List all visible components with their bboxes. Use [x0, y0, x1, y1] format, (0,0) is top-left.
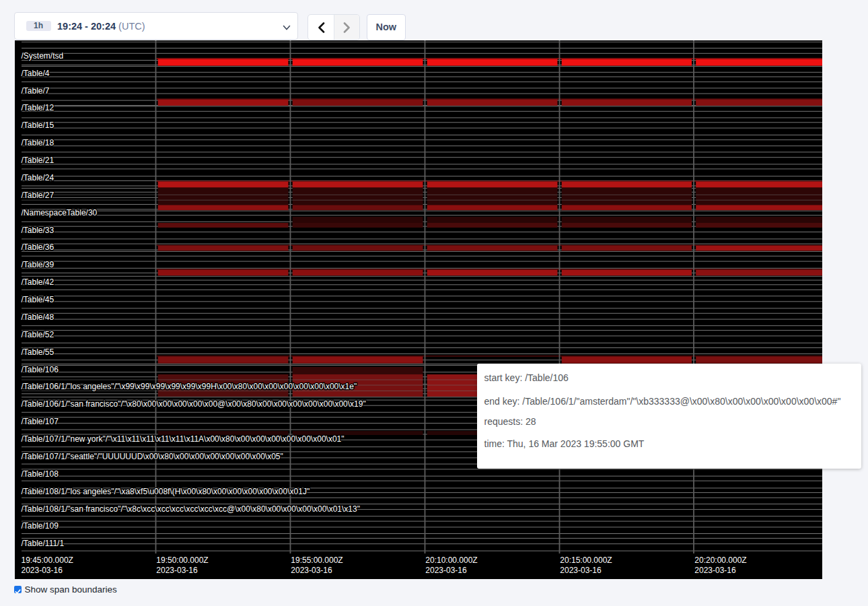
svg-text:/Table/107: /Table/107: [21, 417, 59, 426]
svg-text:/Table/55: /Table/55: [21, 347, 54, 357]
svg-text:2023-03-16: 2023-03-16: [291, 566, 332, 575]
svg-text:/Table/107/1/"seattle"/"UUUUUU: /Table/107/1/"seattle"/"UUUUUUD\x00\x80\…: [21, 452, 283, 461]
svg-text:/Table/109: /Table/109: [21, 521, 59, 531]
svg-text:19:45:00.000Z: 19:45:00.000Z: [21, 556, 73, 565]
svg-text:/Table/106/1/"los angeles"/"\x: /Table/106/1/"los angeles"/"\x99\x99\x99…: [21, 382, 357, 391]
svg-text:2023-03-16: 2023-03-16: [156, 566, 198, 575]
svg-text:/Table/106: /Table/106: [21, 365, 59, 374]
svg-text:/Table/106/1/"san francisco"/": /Table/106/1/"san francisco"/"\x80\x00\x…: [21, 399, 365, 409]
svg-text:/Table/18: /Table/18: [21, 138, 54, 147]
svg-text:/Table/15: /Table/15: [21, 121, 54, 130]
svg-text:/Table/33: /Table/33: [21, 226, 54, 235]
svg-text:/System/tsd: /System/tsd: [21, 51, 63, 61]
svg-text:/Table/48: /Table/48: [21, 312, 54, 322]
svg-text:/Table/52: /Table/52: [21, 330, 54, 339]
svg-text:/Table/45: /Table/45: [21, 295, 54, 304]
svg-text:19:50:00.000Z: 19:50:00.000Z: [156, 556, 208, 565]
svg-text:/Table/7: /Table/7: [21, 86, 49, 96]
svg-text:/Table/24: /Table/24: [21, 173, 54, 182]
svg-text:/Table/27: /Table/27: [21, 191, 54, 200]
svg-text:/Table/108: /Table/108: [21, 469, 59, 479]
svg-text:/Table/12: /Table/12: [21, 103, 54, 112]
svg-text:2023-03-16: 2023-03-16: [425, 566, 467, 575]
svg-text:/Table/4: /Table/4: [21, 69, 49, 78]
svg-text:/Table/108/1/"los angeles"/"\x: /Table/108/1/"los angeles"/"\xa8\xf5\u00…: [21, 487, 310, 496]
svg-text:/Table/108/1/"san francisco"/": /Table/108/1/"san francisco"/"\x8c\xcc\x…: [21, 504, 359, 514]
svg-text:20:20:00.000Z: 20:20:00.000Z: [694, 556, 746, 565]
svg-text:/NamespaceTable/30: /NamespaceTable/30: [21, 208, 97, 217]
svg-text:19:55:00.000Z: 19:55:00.000Z: [291, 556, 342, 565]
svg-text:20:15:00.000Z: 20:15:00.000Z: [560, 556, 612, 565]
svg-text:/Table/36: /Table/36: [21, 242, 54, 252]
svg-text:2023-03-16: 2023-03-16: [694, 566, 736, 575]
svg-text:/Table/21: /Table/21: [21, 156, 54, 165]
svg-text:20:10:00.000Z: 20:10:00.000Z: [425, 556, 477, 565]
svg-text:/Table/107/1/"new york"/"\x11\: /Table/107/1/"new york"/"\x11\x11\x11\x1…: [21, 434, 344, 444]
svg-text:2023-03-16: 2023-03-16: [21, 566, 63, 575]
svg-text:/Table/39: /Table/39: [21, 260, 54, 269]
svg-text:/Table/42: /Table/42: [21, 277, 54, 287]
svg-text:/Table/111/1: /Table/111/1: [21, 539, 64, 548]
svg-text:2023-03-16: 2023-03-16: [560, 566, 602, 575]
